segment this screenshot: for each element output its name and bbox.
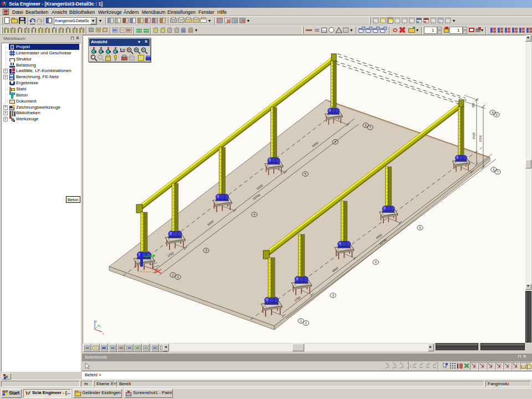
- svg-text:z: z: [95, 320, 97, 323]
- svg-text:5: 5: [419, 226, 421, 229]
- svg-text:3: 3: [205, 249, 207, 252]
- svg-text:3: 3: [332, 294, 334, 297]
- svg-text:4: 4: [375, 260, 376, 264]
- svg-text:350: 350: [472, 103, 475, 108]
- svg-text:y: y: [100, 325, 101, 328]
- svg-text:6: 6: [493, 168, 494, 171]
- svg-text:4: 4: [253, 213, 255, 216]
- svg-text:1: 1: [300, 319, 301, 323]
- svg-text:9: 9: [495, 113, 497, 116]
- svg-text:7: 7: [369, 126, 371, 129]
- svg-text:6: 6: [365, 124, 366, 127]
- svg-text:8: 8: [492, 111, 493, 114]
- svg-text:2: 2: [177, 275, 178, 279]
- svg-text:4: 4: [334, 140, 336, 144]
- svg-text:3700: 3700: [479, 135, 482, 142]
- svg-text:2: 2: [305, 321, 306, 325]
- svg-text:7: 7: [497, 170, 498, 173]
- svg-text:5: 5: [304, 172, 306, 176]
- svg-text:3420: 3420: [472, 132, 475, 139]
- svg-text:1: 1: [172, 273, 173, 277]
- svg-text:x: x: [103, 332, 104, 335]
